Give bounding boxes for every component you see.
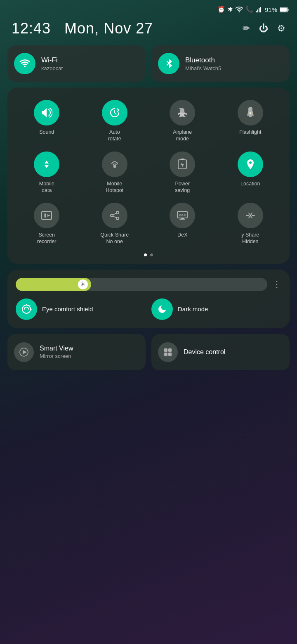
device-control-tile[interactable]: Device control bbox=[151, 334, 290, 370]
svg-rect-35 bbox=[164, 353, 167, 356]
brightness-slider[interactable]: ☀ bbox=[16, 278, 267, 291]
power-icon[interactable]: ⏻ bbox=[259, 23, 268, 34]
settings-icon[interactable]: ⚙ bbox=[277, 23, 285, 34]
hotspot-icon bbox=[102, 152, 127, 177]
svg-rect-1 bbox=[257, 9, 258, 12]
dark-mode-label: Dark mode bbox=[178, 305, 208, 313]
wifi-info: Wi-Fi kazoocat bbox=[41, 56, 63, 71]
page-dot-2 bbox=[150, 253, 153, 256]
smart-view-subtitle: Mirror screen bbox=[40, 353, 73, 359]
svg-point-19 bbox=[111, 214, 113, 217]
quick-item-nearby-share[interactable]: y ShareHidden bbox=[218, 200, 283, 248]
smart-view-icon bbox=[14, 342, 34, 362]
screenrecorder-label: Screenrecorder bbox=[37, 232, 57, 245]
svg-rect-17 bbox=[44, 213, 45, 218]
quick-item-screen-recorder[interactable]: Screenrecorder bbox=[14, 200, 80, 248]
quick-item-flashlight[interactable]: Flashlight bbox=[218, 97, 283, 145]
edit-icon[interactable]: ✏ bbox=[243, 23, 250, 34]
wifi-title: Wi-Fi bbox=[41, 56, 63, 64]
svg-text:DeX: DeX bbox=[179, 213, 186, 217]
quick-grid: Sound Autorotate Airplanemode Flashlight bbox=[14, 97, 283, 248]
device-control-icon bbox=[158, 342, 178, 362]
brightness-fill: ☀ bbox=[16, 278, 91, 291]
quick-item-auto-rotate[interactable]: Autorotate bbox=[82, 97, 148, 145]
quick-item-sound[interactable]: Sound bbox=[14, 97, 80, 145]
time-display: 12:43 bbox=[12, 20, 51, 37]
header-row: 12:43 Mon, Nov 27 ✏ ⏻ ⚙ bbox=[0, 17, 297, 45]
mobiledata-icon bbox=[34, 152, 59, 177]
svg-rect-33 bbox=[164, 348, 167, 352]
svg-rect-7 bbox=[249, 107, 252, 108]
quick-item-hotspot[interactable]: MobileHotspot bbox=[82, 149, 148, 197]
eye-comfort-label: Eye comfort shield bbox=[42, 305, 93, 313]
status-icons: ⏰ ✱ 📞 91% bbox=[217, 6, 289, 13]
svg-point-18 bbox=[116, 211, 119, 214]
device-control-title: Device control bbox=[184, 348, 225, 356]
smart-view-tile[interactable]: Smart View Mirror screen bbox=[7, 334, 146, 370]
location-label: Location bbox=[240, 180, 260, 187]
svg-rect-2 bbox=[259, 8, 260, 12]
bluetooth-info: Bluetooth Mihai's Watch5 bbox=[185, 56, 221, 71]
mobiledata-label: Mobiledata bbox=[39, 180, 54, 194]
airplane-icon bbox=[170, 100, 195, 125]
svg-rect-11 bbox=[113, 165, 116, 168]
flashlight-icon bbox=[238, 100, 263, 125]
dark-mode-icon bbox=[151, 298, 173, 320]
dark-mode-item[interactable]: Dark mode bbox=[151, 298, 281, 320]
svg-marker-32 bbox=[23, 350, 27, 354]
svg-rect-36 bbox=[168, 353, 172, 356]
device-control-info: Device control bbox=[184, 348, 225, 356]
wifi-icon bbox=[14, 53, 35, 74]
bluetooth-tile[interactable]: Bluetooth Mihai's Watch5 bbox=[151, 45, 290, 82]
svg-point-10 bbox=[249, 112, 251, 114]
battery-text: 91% bbox=[265, 6, 277, 13]
svg-rect-25 bbox=[179, 219, 185, 220]
quickshare-label: Quick ShareNo one bbox=[100, 232, 129, 245]
quick-item-power-saving[interactable]: Powersaving bbox=[150, 149, 215, 197]
brightness-thumb: ☀ bbox=[78, 279, 88, 289]
svg-line-21 bbox=[113, 213, 116, 215]
datetime: 12:43 Mon, Nov 27 bbox=[12, 20, 153, 37]
quick-item-mobile-data[interactable]: Mobiledata bbox=[14, 149, 80, 197]
sound-label: Sound bbox=[39, 129, 54, 135]
airplane-label: Airplanemode bbox=[173, 129, 192, 142]
svg-rect-34 bbox=[168, 348, 172, 352]
autorotate-icon bbox=[102, 100, 127, 125]
wifi-tile[interactable]: Wi-Fi kazoocat bbox=[7, 45, 146, 82]
bluetooth-title: Bluetooth bbox=[185, 56, 221, 64]
svg-rect-16 bbox=[45, 213, 46, 218]
screenrecorder-icon bbox=[34, 203, 59, 228]
smart-view-info: Smart View Mirror screen bbox=[40, 345, 73, 359]
svg-rect-6 bbox=[280, 8, 287, 12]
signal-icon bbox=[256, 7, 262, 12]
nearbyshare-icon bbox=[238, 203, 263, 228]
svg-point-14 bbox=[249, 161, 252, 164]
page-dot-1 bbox=[144, 253, 147, 256]
bluetooth-icon bbox=[158, 53, 179, 74]
nearbyshare-label: y ShareHidden bbox=[241, 232, 259, 245]
comfort-row: Eye comfort shield Dark mode bbox=[16, 298, 281, 320]
dex-label: DeX bbox=[177, 232, 187, 238]
brightness-menu-icon[interactable]: ⋮ bbox=[272, 279, 281, 290]
alarm-icon: ⏰ bbox=[217, 6, 225, 13]
brightness-row: ☀ ⋮ bbox=[16, 278, 281, 291]
svg-line-22 bbox=[113, 216, 116, 218]
svg-rect-0 bbox=[256, 11, 257, 12]
top-tiles: Wi-Fi kazoocat Bluetooth Mihai's Watch5 bbox=[0, 45, 297, 82]
page-dots bbox=[14, 253, 283, 256]
header-actions: ✏ ⏻ ⚙ bbox=[243, 23, 285, 34]
svg-rect-3 bbox=[260, 7, 261, 12]
quickshare-icon bbox=[102, 203, 127, 228]
dex-icon: DeX bbox=[170, 203, 195, 228]
quick-item-quick-share[interactable]: Quick ShareNo one bbox=[82, 200, 148, 248]
location-icon bbox=[238, 152, 263, 177]
hotspot-label: MobileHotspot bbox=[106, 180, 123, 194]
quick-item-airplane[interactable]: Airplanemode bbox=[150, 97, 215, 145]
eye-comfort-icon bbox=[16, 298, 37, 320]
battery-icon bbox=[280, 7, 289, 12]
wifi-subtitle: kazoocat bbox=[41, 65, 63, 71]
quick-item-dex[interactable]: DeX DeX bbox=[150, 200, 215, 248]
wifi-status-icon bbox=[236, 7, 243, 12]
quick-item-location[interactable]: Location bbox=[218, 149, 283, 197]
eye-comfort-item[interactable]: Eye comfort shield bbox=[16, 298, 146, 320]
